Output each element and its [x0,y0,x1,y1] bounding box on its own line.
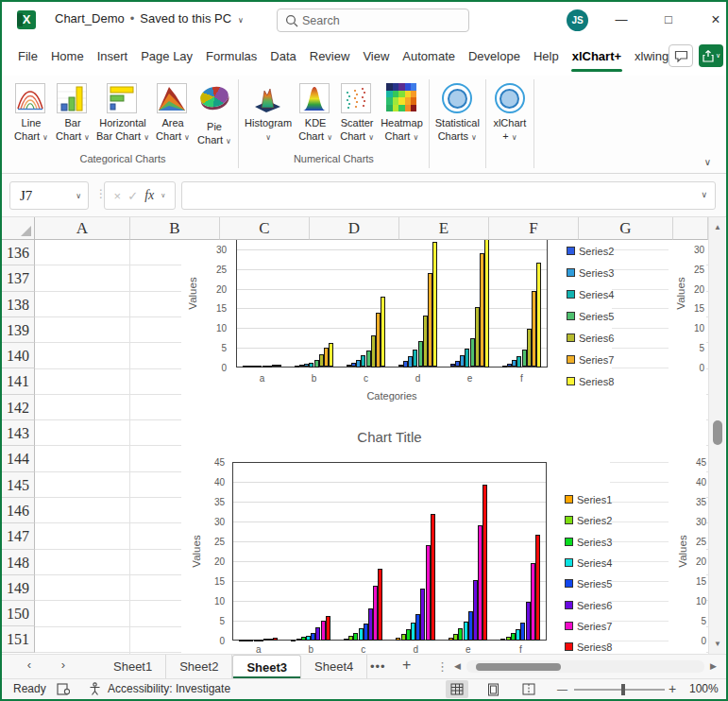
menu-tab-formulas[interactable]: Formulas [199,43,263,69]
ribbon-button-statistical-charts[interactable]: StatisticalCharts ∨ [432,79,483,144]
formula-expand-icon[interactable]: ∨ [701,190,707,199]
new-sheet-button[interactable]: + [402,657,411,674]
menu-tab-develope[interactable]: Develope [462,43,527,69]
scroll-right-icon[interactable]: ▶ [710,661,717,671]
column-header-b[interactable]: B [130,217,220,240]
row-header-151[interactable]: 151 [2,626,35,652]
row-header-141[interactable]: 141 [2,368,35,394]
formula-input[interactable] [182,182,683,207]
menu-tab-view[interactable]: View [356,43,396,69]
row-header-147[interactable]: 147 [2,523,35,549]
zoom-in-button[interactable]: + [669,681,676,696]
column-header-partial[interactable] [673,217,708,240]
row-header-137[interactable]: 137 [2,265,35,291]
row-header-145[interactable]: 145 [2,472,35,498]
scroll-down-icon[interactable]: ▼ [709,640,726,648]
ribbon-button-area-chart[interactable]: AreaChart ∨ [152,79,194,144]
share-button[interactable]: ∨ [699,44,723,67]
dropdown-chevron-icon: ∨ [144,133,149,142]
name-box[interactable]: J7∨ [9,181,89,210]
cell-grid[interactable]: 005510101515202025253030353540404545abcd… [35,240,708,654]
bar-series8-d [432,242,437,367]
prev-sheet-icon[interactable]: ‹ [21,658,38,672]
page-layout-view-button[interactable] [482,680,504,698]
menu-tab-review[interactable]: Review [303,43,357,69]
row-header-148[interactable]: 148 [2,550,35,575]
search-box[interactable] [277,9,469,32]
column-header-g[interactable]: G [579,217,673,240]
legend-label-series6: Series6 [579,333,614,344]
menu-tab-automate[interactable]: Automate [396,43,462,69]
sheet-tab-sheet3[interactable]: Sheet3 [232,655,301,679]
avatar[interactable]: JS [567,9,588,31]
select-all-corner[interactable] [2,217,35,240]
macro-record-icon[interactable] [57,683,70,698]
row-header-146[interactable]: 146 [2,498,35,523]
horizontal-scrollbar[interactable] [466,660,704,673]
accessibility-status[interactable]: Accessibility: Investigate [108,682,230,695]
scroll-left-icon[interactable]: ◀ [454,661,461,671]
ribbon-button-scatter-chart[interactable]: ScatterChart ∨ [336,79,378,144]
menu-tab-xlchart-[interactable]: xlChart+ [566,43,628,69]
ribbon-button-horizontal-bar-chart[interactable]: HorizontalBar Chart ∨ [93,79,152,144]
row-header-139[interactable]: 139 [2,317,35,343]
row-header-140[interactable]: 140 [2,343,35,368]
column-header-d[interactable]: D [310,217,399,240]
legend-label-series2: Series2 [579,246,614,257]
zoom-slider[interactable] [574,689,665,691]
page-break-view-button[interactable] [517,680,540,698]
row-header-136[interactable]: 136 [2,240,35,265]
insert-function-icon[interactable]: fx [144,188,154,203]
vertical-scrollbar[interactable]: ▲ ▼ [708,217,725,654]
dropdown-chevron-icon: ∨ [512,133,517,142]
close-button[interactable]: × [694,2,728,38]
tabbar-menu-icon[interactable]: ⋮ [436,659,449,674]
zoom-out-button[interactable]: — [557,683,567,694]
enter-icon[interactable]: ✓ [127,189,138,203]
saved-status: Saved to this PC [140,11,231,26]
ribbon-button-histogram[interactable]: Histogram∨ [242,79,295,144]
ribbon-button-xlchart-plus[interactable]: xlChart+ ∨ [489,79,531,144]
ribbon-button-line-chart[interactable]: LineChart ∨ [10,79,52,144]
row-header-138[interactable]: 138 [2,292,35,317]
row-header-143[interactable]: 143 [2,420,35,446]
sheet-tab-sheet2[interactable]: Sheet2 [166,655,232,679]
zoom-level[interactable]: 100% [689,682,719,695]
comments-button[interactable] [669,44,693,67]
cancel-icon[interactable]: × [114,189,122,203]
next-sheet-icon[interactable]: › [55,658,72,672]
ribbon-button-kde-chart[interactable]: KDEChart ∨ [295,79,336,144]
vertical-scroll-thumb[interactable] [713,420,722,445]
sheet-tab-sheet4[interactable]: Sheet4 [301,655,367,679]
column-header-e[interactable]: E [399,217,489,240]
search-input[interactable] [302,14,453,27]
normal-view-button[interactable] [446,680,468,698]
sheet-tab-sheet1[interactable]: Sheet1 [100,655,166,679]
horizontal-scroll-thumb[interactable] [476,663,561,671]
menu-tab-file[interactable]: File [11,43,44,69]
maximize-button[interactable]: □ [647,2,690,38]
menu-tab-home[interactable]: Home [44,43,91,69]
menu-tab-data[interactable]: Data [263,43,302,69]
legend-swatch-series2 [567,247,575,255]
excel-window: X Chart_Demo•Saved to this PC∨ JS — □ × … [0,0,728,701]
column-header-f[interactable]: F [489,217,579,240]
row-header-149[interactable]: 149 [2,575,35,601]
zoom-slider-thumb[interactable] [621,684,625,695]
ribbon-button-heatmap-chart[interactable]: HeatmapChart ∨ [378,79,426,144]
row-header-150[interactable]: 150 [2,601,35,626]
row-header-142[interactable]: 142 [2,395,35,420]
ribbon-button-bar-chart[interactable]: BarChart ∨ [52,79,93,144]
column-header-c[interactable]: C [220,217,310,240]
menu-tab-page-lay[interactable]: Page Lay [134,43,199,69]
menu-tab-help[interactable]: Help [527,43,566,69]
document-title[interactable]: Chart_Demo•Saved to this PC∨ [55,11,244,26]
collapse-ribbon-icon[interactable]: ∨ [704,157,711,167]
menu-tab-insert[interactable]: Insert [91,43,135,69]
column-header-a[interactable]: A [35,217,130,240]
ribbon-button-pie-chart[interactable]: PieChart ∨ [194,79,235,147]
minimize-button[interactable]: — [600,2,643,38]
more-sheets-button[interactable]: ••• [370,659,386,674]
scroll-up-icon[interactable]: ▲ [709,223,726,231]
row-header-144[interactable]: 144 [2,446,35,471]
